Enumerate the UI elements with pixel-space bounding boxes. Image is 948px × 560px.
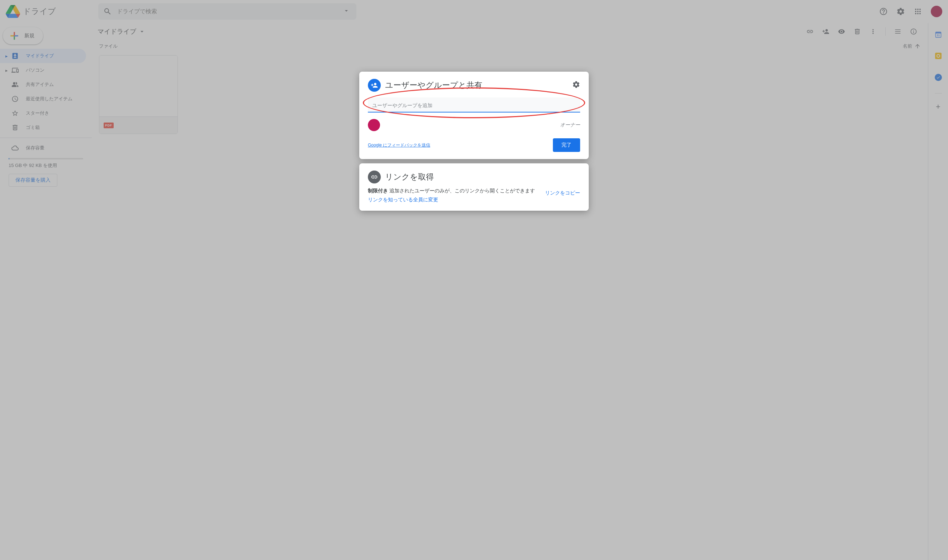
link-dialog-title: リンクを取得 — [385, 172, 580, 182]
share-dialog-icon — [368, 79, 381, 92]
restricted-label: 制限付き — [368, 188, 388, 194]
restricted-desc: 追加されたユーザーのみが、このリンクから開くことができます — [388, 188, 535, 194]
link-restriction-text: 制限付き 追加されたユーザーのみが、このリンクから開くことができます リンクを知… — [368, 187, 538, 203]
owner-role-label: オーナー — [560, 122, 580, 128]
feedback-link[interactable]: Google にフィードバックを送信 — [368, 142, 430, 148]
share-dialog-title: ユーザーやグループと共有 — [385, 80, 572, 91]
link-dialog-icon — [368, 171, 381, 183]
share-dialog: ユーザーやグループと共有 オーナー Google にフィードバックを送信 完了 — [359, 72, 589, 159]
copy-link-button[interactable]: リンクをコピー — [545, 190, 580, 196]
add-people-input[interactable] — [368, 97, 580, 112]
owner-row: オーナー — [368, 119, 580, 131]
owner-avatar — [368, 119, 380, 131]
gear-icon — [572, 81, 580, 89]
change-access-link[interactable]: リンクを知っている全員に変更 — [368, 196, 438, 203]
share-settings-button[interactable] — [572, 81, 580, 90]
person-add-icon — [371, 82, 378, 89]
done-button[interactable]: 完了 — [553, 138, 580, 152]
get-link-dialog: リンクを取得 制限付き 追加されたユーザーのみが、このリンクから開くことができま… — [359, 163, 589, 211]
link-icon — [371, 174, 378, 181]
modal-scrim[interactable]: ユーザーやグループと共有 オーナー Google にフィードバックを送信 完了 … — [0, 0, 948, 560]
